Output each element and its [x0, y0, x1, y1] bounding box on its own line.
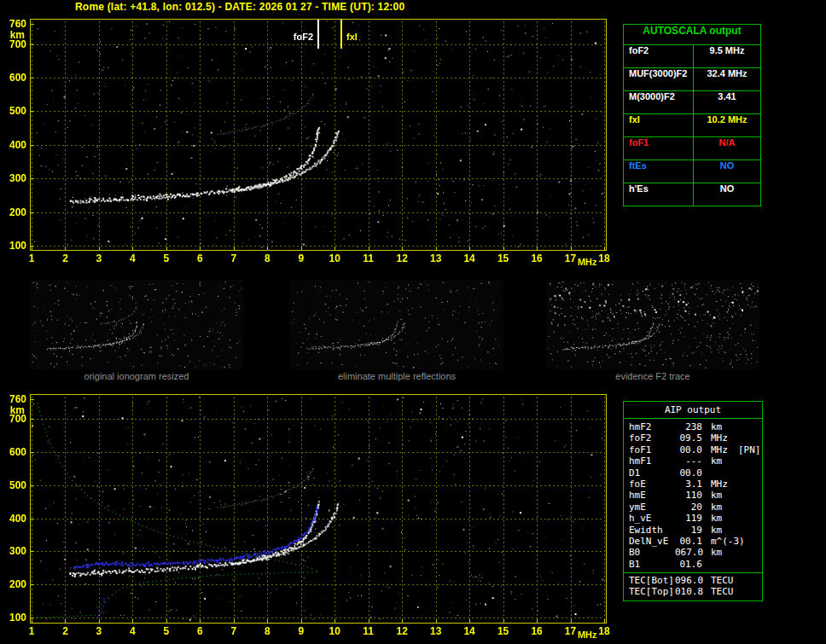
- aip-label: DelN_vE: [624, 536, 675, 547]
- autoscala-row-hes: h'EsNO: [624, 183, 760, 206]
- aip-unit: km: [711, 455, 736, 467]
- aip-label: hmF2: [624, 421, 675, 432]
- aip-row-TEC[Top]: TEC[Top]010.8TECU: [624, 586, 762, 597]
- aip-unit: TECU: [711, 586, 736, 597]
- aip-label: TEC[Bot]: [624, 575, 675, 586]
- aip-label: hmE: [624, 490, 675, 501]
- aip-row-hmE: hmE110km: [624, 490, 762, 501]
- autoscala-row-label: ftEs: [624, 160, 694, 183]
- aip-label: ymE: [624, 502, 675, 513]
- aip-output-table: AIP output hmF2238kmfoF209.5MHzfoF100.0M…: [623, 401, 763, 601]
- aip-value: 19: [675, 525, 702, 536]
- aip-row-foE: foE3.1MHz: [624, 479, 762, 490]
- autoscala-row-muf3000: MUF(3000)F232.4 MHz: [624, 68, 760, 91]
- aip-value: 00.1: [675, 536, 702, 547]
- autoscala-row-value: 10.2 MHz: [694, 114, 760, 136]
- aip-unit: MHz: [711, 479, 736, 490]
- top-ionogram-plot: [0, 15, 619, 271]
- aip-unit: km: [711, 502, 736, 513]
- aip-label: TEC[Top]: [624, 586, 675, 597]
- autoscala-row-label: h'Es: [624, 183, 694, 206]
- aip-row-B0: B0067.0km: [624, 547, 762, 558]
- autoscala-row-label: foF1: [624, 137, 694, 160]
- thumbnail-original-ionogram: [30, 280, 243, 369]
- autoscala-row-label: foF2: [624, 45, 694, 67]
- autoscala-row-value: NO: [694, 160, 760, 183]
- autoscala-row-value: 9.5 MHz: [694, 45, 760, 67]
- autoscala-row-label: M(3000)F2: [624, 91, 694, 113]
- autoscala-row-ftes: ftEsNO: [624, 160, 760, 183]
- aip-value: 00.0: [675, 467, 702, 479]
- aip-value: 3.1: [675, 479, 702, 490]
- aip-label: B0: [624, 547, 675, 558]
- aip-value: 01.6: [675, 559, 702, 570]
- aip-row-TEC[Bot]: TEC[Bot]096.0TECU: [624, 575, 762, 586]
- aip-row-foF1: foF100.0MHz[PN]: [624, 444, 762, 455]
- aip-value: 096.0: [675, 575, 702, 586]
- autoscala-row-fxi: fxI10.2 MHz: [624, 114, 760, 137]
- aip-label: B1: [624, 559, 675, 570]
- aip-value: 20: [675, 502, 702, 513]
- aip-row-hmF1: hmF1---km: [624, 455, 762, 467]
- autoscala-row-value: N/A: [694, 137, 760, 160]
- autoscala-table-rows: foF29.5 MHzMUF(3000)F232.4 MHzM(3000)F23…: [624, 45, 760, 206]
- aip-row-D1: D100.0: [624, 467, 762, 479]
- aip-value: 067.0: [675, 547, 702, 558]
- aip-table-title: AIP output: [624, 402, 762, 419]
- aip-label: foF1: [624, 444, 675, 455]
- aip-value: 119: [675, 513, 702, 524]
- aip-value: ---: [675, 455, 702, 467]
- aip-unit: MHz: [711, 444, 736, 455]
- aip-unit: [711, 467, 736, 479]
- aip-row-B1: B101.6: [624, 559, 762, 570]
- aip-row-Ewidth: Ewidth19km: [624, 525, 762, 536]
- aip-unit: km: [711, 525, 736, 536]
- aip-unit: [711, 559, 736, 570]
- aip-value: 238: [675, 421, 702, 432]
- page-title: Rome (lat: +41.8, lon: 012.5) - DATE: 20…: [75, 1, 404, 13]
- aip-row-hmF2: hmF2238km: [624, 421, 762, 432]
- aip-unit: MHz: [711, 432, 736, 444]
- aip-table-rows: hmF2238kmfoF209.5MHzfoF100.0MHz[PN]hmF1-…: [624, 421, 762, 570]
- aip-label: hmF1: [624, 455, 675, 467]
- aip-unit: km: [711, 513, 736, 524]
- aip-unit: km: [711, 421, 736, 432]
- aip-row-h_vE: h_vE119km: [624, 513, 762, 524]
- aip-row-DelN_vE: DelN_vE00.1m^(-3): [624, 536, 762, 547]
- autoscala-row-label: MUF(3000)F2: [624, 68, 694, 90]
- autoscala-row-fof2: foF29.5 MHz: [624, 45, 760, 68]
- aip-unit: km: [711, 490, 736, 501]
- aip-label: foE: [624, 479, 675, 490]
- aip-value: 110: [675, 490, 702, 501]
- aip-extra: [PN]: [738, 444, 761, 455]
- thumbnail-multiple-reflections-removed: [290, 280, 503, 369]
- aip-value: 010.8: [675, 586, 702, 597]
- aip-unit: m^(-3): [711, 536, 736, 547]
- thumbnail-evidence-f2-trace: [546, 280, 759, 369]
- thumbnail-caption-evidence: evidence F2 trace: [546, 371, 759, 381]
- autoscala-row-label: fxI: [624, 114, 694, 136]
- aip-label: foF2: [624, 432, 675, 444]
- thumbnail-caption-eliminate: eliminate multiple reflections: [290, 371, 503, 381]
- bottom-ionogram-plot-with-profile: [0, 389, 619, 644]
- aip-row-foF2: foF209.5MHz: [624, 432, 762, 444]
- autoscala-row-value: NO: [694, 183, 760, 206]
- autoscala-row-value: 32.4 MHz: [694, 68, 760, 90]
- aip-tec-rows: TEC[Bot]096.0TECUTEC[Top]010.8TECU: [624, 575, 762, 598]
- aip-unit: TECU: [711, 575, 736, 586]
- aip-label: Ewidth: [624, 525, 675, 536]
- autoscala-table-title: AUTOSCALA output: [624, 25, 760, 45]
- aip-row-ymE: ymE20km: [624, 502, 762, 513]
- aip-value: 00.0: [675, 444, 702, 455]
- thumbnail-caption-original: original ionogram resized: [30, 371, 243, 381]
- aip-label: D1: [624, 467, 675, 479]
- autoscala-output-table: AUTOSCALA output foF29.5 MHzMUF(3000)F23…: [623, 24, 761, 206]
- aip-label: h_vE: [624, 513, 675, 524]
- autoscala-row-value: 3.41: [694, 91, 760, 113]
- aip-unit: km: [711, 547, 736, 558]
- autoscala-row-fof1: foF1N/A: [624, 137, 760, 160]
- autoscala-screen: Rome (lat: +41.8, lon: 012.5) - DATE: 20…: [0, 0, 826, 644]
- aip-value: 09.5: [675, 432, 702, 444]
- autoscala-row-m3000: M(3000)F23.41: [624, 91, 760, 114]
- aip-separator: [624, 572, 762, 573]
